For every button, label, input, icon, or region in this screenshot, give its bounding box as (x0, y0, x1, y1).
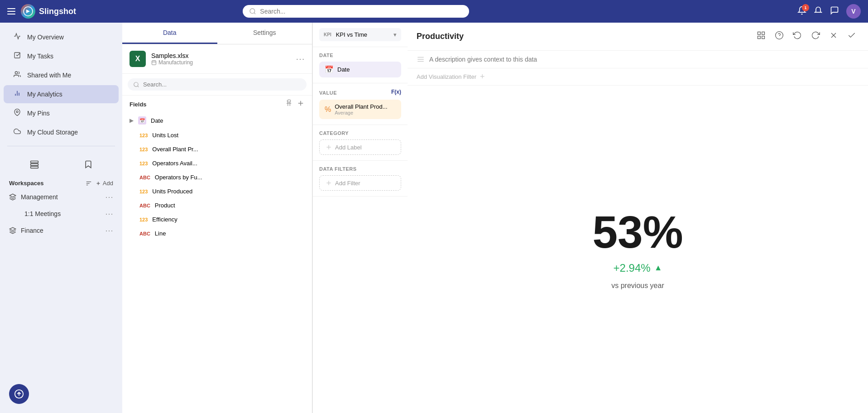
add-workspace-button[interactable]: Add (96, 180, 113, 187)
logo-icon (21, 4, 35, 19)
redo-button[interactable] (808, 29, 823, 44)
sidebar-bottom-icons (0, 152, 122, 177)
description-lines-icon (417, 55, 425, 63)
workspace-1on1-meetings[interactable]: 1:1 Meetings ⋯ (0, 206, 122, 222)
field-type-abc-icon: ABC (139, 203, 150, 208)
analytics-icon (13, 90, 22, 99)
tab-data[interactable]: Data (122, 23, 217, 44)
undo-button[interactable] (790, 29, 805, 44)
search-input[interactable] (260, 8, 463, 15)
value-section: VALUE F(x) % Overall Plant Prod... Avera… (313, 83, 408, 125)
overview-icon (13, 33, 22, 42)
sidebar-item-my-pins[interactable]: My Pins (4, 104, 119, 122)
fields-brain-button[interactable] (285, 99, 293, 109)
fields-header-actions (285, 99, 305, 109)
hamburger-menu[interactable] (7, 8, 15, 14)
kpi-type-selector[interactable]: KPI KPI vs Time ▾ (319, 28, 401, 41)
messages-button[interactable] (830, 6, 839, 17)
cloud-icon (13, 128, 22, 137)
tab-settings[interactable]: Settings (217, 23, 312, 44)
field-operators-avail[interactable]: 123 Operators Avail... (122, 156, 312, 170)
sidebar-item-my-cloud-storage[interactable]: My Cloud Storage (4, 123, 119, 141)
1on1-more-icon[interactable]: ⋯ (105, 209, 113, 219)
value-field-chip[interactable]: % Overall Plant Prod... Average (319, 100, 401, 119)
workspace-management[interactable]: Management ⋯ (0, 188, 122, 206)
svg-rect-34 (758, 36, 761, 39)
svg-point-23 (134, 82, 138, 86)
datasource-more-button[interactable]: ⋯ (296, 53, 305, 64)
field-product[interactable]: ABC Product (122, 198, 312, 212)
field-units-produced[interactable]: 123 Units Produced (122, 184, 312, 198)
fx-button[interactable]: F(x) (391, 89, 401, 95)
data-panel: Data Settings X Samples.xlsx Manufacturi… (122, 23, 312, 413)
sidebar: My Overview My Tasks Shared with Me My A… (0, 23, 122, 413)
close-button[interactable] (826, 29, 841, 44)
sidebar-item-shared-with-me[interactable]: Shared with Me (4, 66, 119, 84)
field-type-abc-icon: ABC (139, 175, 150, 180)
workspace-finance[interactable]: Finance ⋯ (0, 222, 122, 239)
value-chip-icon: % (325, 106, 331, 114)
help-button[interactable] (772, 29, 786, 44)
svg-marker-17 (10, 194, 15, 197)
bookmarks-toggle[interactable] (61, 155, 115, 173)
field-units-lost[interactable]: 123 Units Lost (122, 128, 312, 142)
sort-workspaces-button[interactable] (86, 180, 92, 187)
grid-view-button[interactable] (754, 29, 768, 44)
svg-rect-19 (152, 61, 156, 65)
add-filter-button[interactable]: Add Filter (319, 175, 401, 191)
notifications-button[interactable]: 1 (797, 6, 806, 17)
category-section-title: CATEGORY (319, 130, 401, 136)
add-filter-plus-icon: + (480, 72, 485, 82)
search-bar[interactable] (243, 5, 469, 18)
logo[interactable]: Slingshot (21, 4, 76, 19)
user-avatar[interactable]: V (846, 4, 861, 19)
field-type-num-icon: 123 (139, 189, 148, 194)
field-date[interactable]: ▶ 📅 Date (122, 113, 312, 128)
excel-icon: X (129, 51, 146, 67)
viz-toolbar (754, 29, 859, 44)
viz-header: Productivity (408, 23, 868, 51)
value-chip-content: Overall Plant Prod... Average (335, 103, 396, 115)
add-visualization-filter-button[interactable]: Add Visualization Filter + (417, 72, 859, 82)
fields-search-input[interactable] (143, 81, 301, 88)
fab-button[interactable] (9, 384, 29, 404)
fields-search-icon (133, 82, 139, 88)
viz-panel: Productivity (408, 23, 868, 413)
svg-point-4 (15, 72, 17, 74)
sidebar-item-my-analytics[interactable]: My Analytics (4, 85, 119, 103)
workspaces-toggle[interactable] (7, 155, 61, 173)
workspaces-actions: Add (86, 180, 113, 187)
finance-more-icon[interactable]: ⋯ (105, 226, 113, 235)
field-line[interactable]: ABC Line (122, 226, 312, 240)
svg-rect-10 (30, 163, 38, 165)
viz-filter-bar: Add Visualization Filter + (408, 68, 868, 86)
svg-marker-18 (10, 227, 15, 231)
config-panel: KPI KPI vs Time ▾ DATE 📅 Date VALUE F(x) (312, 23, 408, 413)
fields-header: Fields (122, 96, 312, 113)
add-label-button[interactable]: Add Label (319, 139, 401, 155)
field-overall-plant[interactable]: 123 Overall Plant Pr... (122, 142, 312, 156)
field-type-num-icon: 123 (139, 161, 148, 166)
kpi-change-value: +2.94% (614, 262, 651, 274)
sidebar-item-my-overview[interactable]: My Overview (4, 28, 119, 46)
main-content: Data Settings X Samples.xlsx Manufacturi… (122, 23, 868, 413)
description-input[interactable] (429, 56, 859, 63)
logo-text: Slingshot (39, 7, 76, 16)
svg-rect-9 (30, 161, 38, 163)
date-field-chip[interactable]: 📅 Date (319, 62, 401, 77)
datasource-info: Samples.xlsx Manufacturing (151, 52, 290, 66)
field-efficiency[interactable]: 123 Efficiency (122, 212, 312, 226)
field-type-date-icon: 📅 (138, 116, 146, 125)
notification-badge: 1 (802, 4, 809, 11)
date-section-title: DATE (319, 53, 401, 58)
svg-rect-11 (30, 166, 38, 168)
fields-add-button[interactable] (297, 99, 305, 109)
topnav: Slingshot 1 V (0, 0, 868, 23)
workspaces-header: Workspaces Add (0, 177, 122, 188)
sidebar-item-my-tasks[interactable]: My Tasks (4, 47, 119, 65)
management-more-icon[interactable]: ⋯ (105, 192, 113, 202)
viz-description-area[interactable] (408, 51, 868, 68)
bell-button[interactable] (814, 6, 823, 17)
field-operators-by-fu[interactable]: ABC Operators by Fu... (122, 170, 312, 184)
save-button[interactable] (844, 29, 859, 44)
